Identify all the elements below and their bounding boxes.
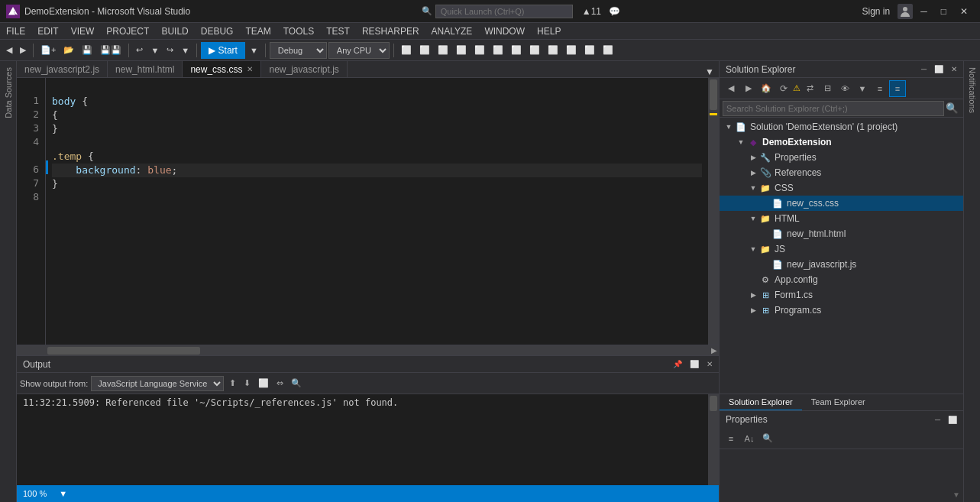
toolbar-btn-9[interactable]: ⬜: [545, 44, 561, 57]
tree-new-html[interactable]: 📄 new_html.html: [720, 226, 963, 241]
start-dropdown[interactable]: ▼: [247, 44, 261, 57]
menu-test[interactable]: TEST: [320, 23, 356, 40]
sol-forward-btn[interactable]: ▶: [740, 80, 757, 97]
debug-mode-select[interactable]: Debug Release: [270, 42, 327, 59]
quick-launch-input[interactable]: [435, 5, 573, 18]
status-zoom-dropdown[interactable]: ▼: [59, 489, 67, 498]
tree-app-config[interactable]: ⚙ App.config: [720, 272, 963, 287]
start-button[interactable]: ▶ ▶ StartStart: [201, 42, 245, 59]
sol-close-button[interactable]: ✕: [948, 63, 960, 75]
tree-form1[interactable]: ▶ ⊞ Form1.cs: [720, 287, 963, 303]
redo-button[interactable]: ↪: [163, 44, 176, 57]
tab-solution-explorer[interactable]: Solution Explorer: [720, 394, 802, 411]
platform-select[interactable]: Any CPU x86 x64: [328, 42, 390, 59]
tree-html-folder[interactable]: ▼ 📁 HTML: [720, 211, 963, 226]
tree-project[interactable]: ▼ ◆ DemoExtension: [720, 134, 963, 150]
sol-refresh-btn[interactable]: ⟳: [775, 80, 792, 97]
open-button[interactable]: 📂: [60, 44, 77, 57]
toolbar-btn-3[interactable]: ⬜: [435, 44, 451, 57]
save-all-button[interactable]: 💾💾: [97, 44, 125, 57]
menu-analyze[interactable]: ANALYZE: [425, 23, 479, 40]
tree-js-folder[interactable]: ▼ 📁 JS: [720, 241, 963, 257]
sign-in-link[interactable]: Sign in: [856, 6, 897, 17]
undo-button[interactable]: ↩: [133, 44, 146, 57]
menu-resharper[interactable]: RESHARPER: [356, 23, 425, 40]
close-button[interactable]: ✕: [954, 3, 974, 20]
menu-window[interactable]: WINDOW: [478, 23, 531, 40]
menu-file[interactable]: FILE: [0, 23, 31, 40]
sol-home-btn[interactable]: 🏠: [758, 80, 775, 97]
toolbar-btn-12[interactable]: ⬜: [600, 44, 616, 57]
properties-pin-button[interactable]: ─: [932, 414, 943, 426]
sol-collapse-btn[interactable]: ⊟: [819, 80, 836, 97]
data-sources-label[interactable]: Data Sources: [4, 61, 13, 125]
sol-pin-button[interactable]: ─: [918, 63, 930, 75]
output-find[interactable]: 🔍: [289, 377, 304, 390]
output-word-wrap[interactable]: ⇔: [274, 377, 286, 390]
sol-props-btn[interactable]: ≡: [872, 80, 888, 97]
editor-horizontal-scrollbar[interactable]: ▶: [17, 345, 719, 355]
sol-filter-btn[interactable]: ▼: [854, 80, 871, 97]
menu-edit[interactable]: EDIT: [31, 23, 64, 40]
undo-dropdown[interactable]: ▼: [147, 44, 162, 57]
toolbar-btn-6[interactable]: ⬜: [490, 44, 506, 57]
new-project-button[interactable]: 📄+: [37, 44, 59, 57]
notifications-label[interactable]: Notifications: [968, 61, 977, 119]
tree-properties[interactable]: ▶ 🔧 Properties: [720, 150, 963, 165]
toolbar-btn-1[interactable]: ⬜: [398, 44, 415, 57]
menu-debug[interactable]: DEBUG: [195, 23, 240, 40]
output-close-button[interactable]: ✕: [703, 358, 716, 370]
prop-alpha-btn[interactable]: A↓: [741, 430, 758, 447]
sol-back-btn[interactable]: ◀: [723, 80, 739, 97]
output-source-select[interactable]: JavaScript Language Service Build Debug: [91, 376, 224, 391]
minimize-button[interactable]: ─: [914, 3, 933, 20]
output-scrollbar[interactable]: [708, 394, 719, 485]
tab-html[interactable]: new_html.html: [108, 61, 183, 77]
output-nav-down[interactable]: ⬇: [241, 377, 253, 390]
tree-references[interactable]: ▶ 📎 References: [720, 165, 963, 180]
toolbar-btn-7[interactable]: ⬜: [508, 44, 525, 57]
prop-cat-btn[interactable]: ≡: [723, 430, 739, 447]
sol-search-input[interactable]: [723, 101, 944, 116]
tab-css[interactable]: new_css.css ✕: [183, 61, 261, 77]
tab-javascript2[interactable]: new_javascript2.js: [17, 61, 108, 77]
menu-build[interactable]: BUILD: [155, 23, 194, 40]
output-clear[interactable]: ⬜: [256, 377, 271, 390]
save-button[interactable]: 💾: [79, 44, 95, 57]
tabs-overflow-button[interactable]: ▼: [700, 66, 719, 77]
maximize-button[interactable]: □: [935, 3, 953, 20]
forward-button[interactable]: ▶: [17, 44, 29, 57]
menu-project[interactable]: PROJECT: [100, 23, 155, 40]
code-content-area[interactable]: body { { } .temp { background: blue; }: [46, 78, 708, 345]
sol-float-button[interactable]: ⬜: [931, 63, 946, 75]
toolbar-btn-5[interactable]: ⬜: [471, 44, 488, 57]
tree-new-css[interactable]: 📄 new_css.css: [720, 196, 963, 211]
tab-close-icon-css[interactable]: ✕: [247, 65, 253, 73]
menu-tools[interactable]: TOOLS: [277, 23, 320, 40]
tree-program[interactable]: ▶ ⊞ Program.cs: [720, 303, 963, 318]
menu-help[interactable]: HELP: [531, 23, 567, 40]
output-nav-up[interactable]: ⬆: [227, 377, 238, 390]
properties-float-button[interactable]: ⬜: [945, 414, 960, 426]
back-button[interactable]: ◀: [3, 44, 15, 57]
toolbar-btn-10[interactable]: ⬜: [563, 44, 580, 57]
editor-scrollbar[interactable]: [708, 78, 719, 345]
output-float-button[interactable]: ⬜: [687, 358, 702, 370]
sol-sync-btn[interactable]: ⇄: [801, 80, 818, 97]
tree-css-folder[interactable]: ▼ 📁 CSS: [720, 180, 963, 196]
output-pin-button[interactable]: 📌: [670, 358, 685, 370]
toolbar-btn-4[interactable]: ⬜: [453, 44, 470, 57]
menu-view[interactable]: VIEW: [65, 23, 101, 40]
sol-extra-btn[interactable]: ≡: [889, 80, 906, 97]
redo-dropdown[interactable]: ▼: [178, 44, 192, 57]
scroll-right-btn[interactable]: ▶: [711, 346, 717, 355]
prop-browse-btn[interactable]: 🔍: [759, 430, 776, 447]
tab-team-explorer[interactable]: Team Explorer: [802, 394, 875, 411]
toolbar-btn-2[interactable]: ⬜: [416, 44, 433, 57]
sol-search-button[interactable]: 🔍: [944, 101, 960, 115]
menu-team[interactable]: TEAM: [239, 23, 277, 40]
tree-solution[interactable]: ▼ 📄 Solution 'DemoExtension' (1 project): [720, 119, 963, 134]
tree-new-javascript[interactable]: 📄 new_javascript.js: [720, 257, 963, 272]
toolbar-btn-8[interactable]: ⬜: [526, 44, 543, 57]
sol-show-all-btn[interactable]: 👁: [836, 80, 853, 97]
